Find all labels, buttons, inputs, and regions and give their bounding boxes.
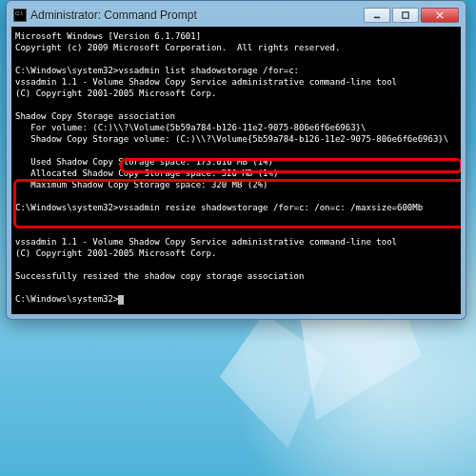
prompt-line: C:\Windows\system32>vssadmin list shadow… [15, 65, 457, 76]
maximize-icon [402, 11, 409, 19]
window-controls [362, 8, 459, 23]
svg-rect-1 [403, 11, 408, 17]
assoc-allocated-space: Allocated Shadow Copy Storage space: 320… [15, 168, 457, 179]
close-icon [436, 11, 444, 19]
blank-line [15, 282, 457, 293]
tool-copyright: (C) Copyright 2001-2005 Microsoft Corp. [15, 248, 457, 259]
minimize-icon [373, 11, 381, 19]
blank-line [15, 53, 457, 65]
command-prompt-window: Administrator: Command Prompt Microsoft … [6, 0, 466, 320]
blank-line [15, 225, 457, 236]
tool-header: vssadmin 1.1 - Volume Shadow Copy Servic… [15, 76, 457, 88]
blank-line [15, 99, 457, 110]
terminal-output[interactable]: Microsoft Windows [Version 6.1.7601] Cop… [11, 27, 461, 314]
maximize-button[interactable] [392, 8, 419, 23]
cursor [118, 295, 124, 305]
command-resize-shadowstorage: vssadmin resize shadowstorage /for=c: /o… [118, 203, 423, 212]
prompt: C:\Windows\system32> [15, 203, 118, 212]
assoc-max-space: Maximum Shadow Copy Storage space: 320 M… [15, 179, 457, 190]
prompt-line: C:\Windows\system32>vssadmin resize shad… [15, 202, 457, 213]
blank-line [15, 259, 457, 270]
cmd-icon [13, 9, 27, 22]
blank-line [15, 190, 457, 202]
prompt: C:\Windows\system32> [15, 294, 118, 304]
window-title: Administrator: Command Prompt [30, 9, 362, 22]
tool-header: vssadmin 1.1 - Volume Shadow Copy Servic… [15, 236, 457, 248]
success-message: Successfully resized the shadow copy sto… [15, 270, 457, 282]
assoc-for-volume: For volume: (C:)\\?\Volume{5b59a784-b126… [15, 122, 457, 133]
assoc-used-space: Used Shadow Copy Storage space: 173.016 … [15, 156, 457, 168]
version-line: Microsoft Windows [Version 6.1.7601] [15, 30, 457, 42]
assoc-storage-volume: Shadow Copy Storage volume: (C:)\\?\Volu… [15, 133, 457, 145]
prompt-line: C:\Windows\system32> [15, 293, 457, 305]
minimize-button[interactable] [364, 8, 390, 23]
command-list-shadowstorage: vssadmin list shadowstorage /for=c: [118, 66, 299, 75]
blank-line [15, 213, 457, 225]
copyright-line: Copyright (c) 2009 Microsoft Corporation… [15, 42, 457, 53]
close-button[interactable] [421, 8, 459, 23]
tool-copyright: (C) Copyright 2001-2005 Microsoft Corp. [15, 88, 457, 99]
blank-line [15, 145, 457, 156]
titlebar[interactable]: Administrator: Command Prompt [11, 6, 461, 27]
assoc-header: Shadow Copy Storage association [15, 110, 457, 122]
prompt: C:\Windows\system32> [15, 66, 118, 75]
